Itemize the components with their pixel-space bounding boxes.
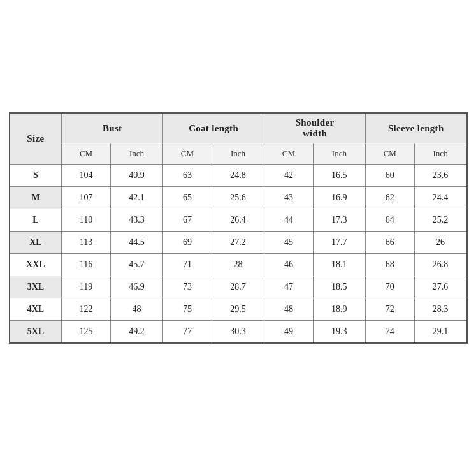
bust-cm-cell: 104 — [62, 165, 111, 187]
coat-cm-cell: 67 — [163, 209, 212, 232]
size-cell: S — [10, 165, 62, 187]
size-chart-table: Size Bust Coat length Shoulder width Sle… — [9, 112, 468, 344]
size-cell: XL — [10, 232, 62, 254]
coat-inch-cell: 26.4 — [212, 209, 264, 232]
table-row: L11043.36726.44417.36425.2 — [10, 209, 467, 232]
coat-cm-cell: 77 — [163, 321, 212, 344]
bust-cm-cell: 110 — [62, 209, 111, 232]
sh-inch-cell: 19.3 — [313, 321, 365, 344]
bust-inch-cell: 46.9 — [110, 276, 162, 298]
coat-inch-cell: 28.7 — [212, 276, 264, 298]
sh-cm-cell: 46 — [264, 254, 314, 276]
table-row: 3XL11946.97328.74718.57027.6 — [10, 276, 467, 298]
bust-inch-cell: 40.9 — [110, 165, 162, 187]
table-row: S10440.96324.84216.56023.6 — [10, 165, 467, 187]
bust-inch-cell: 49.2 — [110, 321, 162, 344]
sl-cm-cell: 72 — [365, 298, 414, 321]
sl-cm-cell: 62 — [365, 187, 414, 209]
sh-cm-cell: 47 — [264, 276, 314, 298]
bust-inch-subheader: Inch — [110, 143, 162, 165]
bust-cm-cell: 107 — [62, 187, 111, 209]
size-chart-wrapper: Size Bust Coat length Shoulder width Sle… — [3, 106, 474, 350]
size-cell: XXL — [10, 254, 62, 276]
coat-cm-cell: 73 — [163, 276, 212, 298]
size-cell: M — [10, 187, 62, 209]
sl-inch-cell: 25.2 — [414, 209, 466, 232]
sl-cm-subheader: CM — [365, 143, 414, 165]
sl-cm-cell: 66 — [365, 232, 414, 254]
sh-inch-cell: 18.1 — [313, 254, 365, 276]
sl-inch-cell: 26.8 — [414, 254, 466, 276]
sh-cm-cell: 42 — [264, 165, 314, 187]
bust-cm-subheader: CM — [62, 143, 111, 165]
sl-inch-cell: 27.6 — [414, 276, 466, 298]
coat-inch-cell: 28 — [212, 254, 264, 276]
table-row: XXL11645.771284618.16826.8 — [10, 254, 467, 276]
sh-inch-cell: 17.3 — [313, 209, 365, 232]
sl-inch-cell: 29.1 — [414, 321, 466, 344]
bust-inch-cell: 43.3 — [110, 209, 162, 232]
table-row: 5XL12549.27730.34919.37429.1 — [10, 321, 467, 344]
coat-inch-cell: 24.8 — [212, 165, 264, 187]
sh-inch-cell: 18.9 — [313, 298, 365, 321]
sh-inch-cell: 17.7 — [313, 232, 365, 254]
sl-inch-cell: 24.4 — [414, 187, 466, 209]
coat-inch-cell: 27.2 — [212, 232, 264, 254]
sh-inch-subheader: Inch — [313, 143, 365, 165]
bust-cm-cell: 113 — [62, 232, 111, 254]
coat-length-header: Coat length — [163, 113, 264, 143]
size-cell: 5XL — [10, 321, 62, 344]
coat-cm-cell: 75 — [163, 298, 212, 321]
sh-cm-cell: 44 — [264, 209, 314, 232]
table-row: M10742.16525.64316.96224.4 — [10, 187, 467, 209]
sleeve-length-header: Sleeve length — [365, 113, 466, 143]
coat-cm-cell: 63 — [163, 165, 212, 187]
sh-cm-cell: 49 — [264, 321, 314, 344]
coat-inch-cell: 30.3 — [212, 321, 264, 344]
sh-inch-cell: 18.5 — [313, 276, 365, 298]
bust-cm-cell: 122 — [62, 298, 111, 321]
sh-inch-cell: 16.9 — [313, 187, 365, 209]
table-row: XL11344.56927.24517.76626 — [10, 232, 467, 254]
sl-cm-cell: 70 — [365, 276, 414, 298]
sl-inch-cell: 26 — [414, 232, 466, 254]
sh-cm-cell: 45 — [264, 232, 314, 254]
bust-inch-cell: 44.5 — [110, 232, 162, 254]
coat-inch-cell: 29.5 — [212, 298, 264, 321]
sl-cm-cell: 68 — [365, 254, 414, 276]
sl-cm-cell: 60 — [365, 165, 414, 187]
bust-cm-cell: 119 — [62, 276, 111, 298]
coat-inch-subheader: Inch — [212, 143, 264, 165]
size-header: Size — [10, 113, 62, 165]
bust-cm-cell: 125 — [62, 321, 111, 344]
table-row: 4XL122487529.54818.97228.3 — [10, 298, 467, 321]
sl-cm-cell: 64 — [365, 209, 414, 232]
bust-header: Bust — [62, 113, 163, 143]
coat-cm-subheader: CM — [163, 143, 212, 165]
sl-inch-cell: 28.3 — [414, 298, 466, 321]
sl-inch-subheader: Inch — [414, 143, 466, 165]
sh-cm-cell: 48 — [264, 298, 314, 321]
sh-inch-cell: 16.5 — [313, 165, 365, 187]
bust-inch-cell: 48 — [110, 298, 162, 321]
size-cell: 3XL — [10, 276, 62, 298]
sh-cm-cell: 43 — [264, 187, 314, 209]
bust-inch-cell: 45.7 — [110, 254, 162, 276]
sl-cm-cell: 74 — [365, 321, 414, 344]
size-cell: 4XL — [10, 298, 62, 321]
bust-inch-cell: 42.1 — [110, 187, 162, 209]
sh-cm-subheader: CM — [264, 143, 314, 165]
sl-inch-cell: 23.6 — [414, 165, 466, 187]
coat-inch-cell: 25.6 — [212, 187, 264, 209]
bust-cm-cell: 116 — [62, 254, 111, 276]
coat-cm-cell: 71 — [163, 254, 212, 276]
shoulder-width-header: Shoulder width — [264, 113, 366, 143]
size-cell: L — [10, 209, 62, 232]
coat-cm-cell: 69 — [163, 232, 212, 254]
coat-cm-cell: 65 — [163, 187, 212, 209]
